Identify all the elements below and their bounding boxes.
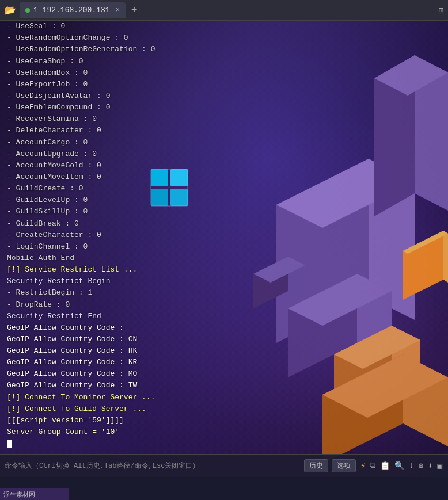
paste-icon[interactable]: 📋 — [379, 460, 391, 472]
new-tab-button[interactable]: + — [131, 5, 138, 16]
more-down-icon[interactable]: ⬇ — [427, 460, 434, 472]
active-tab[interactable]: 1 192.168.200.131 × — [20, 2, 126, 18]
terminal-area: - UseTrade : 0 - UseUpgrade : 0 - UseEnc… — [0, 21, 448, 477]
search-icon[interactable]: 🔍 — [393, 460, 405, 472]
toolbar-icons: ⚡ ⧉ 📋 🔍 ↓ ⚙ ⬇ ▣ — [359, 460, 443, 472]
terminal-line: - AccountCargo : 0 — [7, 137, 441, 148]
terminal-line: Security Restrict Begin — [7, 276, 441, 287]
terminal-line: - UseEmblemCompound : 0 — [7, 102, 441, 113]
status-label: 浮生素材网 — [3, 490, 35, 499]
terminal-line: - UseSeal : 0 — [7, 21, 441, 32]
cursor — [7, 440, 12, 448]
terminal-line: GeoIP Allow Country Code : TW — [7, 380, 441, 391]
title-bar-right: ⊞ — [439, 5, 443, 15]
bolt-icon[interactable]: ⚡ — [359, 460, 366, 472]
terminal-line: Server Group Count = '10' — [7, 426, 441, 438]
settings-icon[interactable]: ⚙ — [417, 460, 424, 472]
terminal-line: [!] Connect To Monitor Server ... — [7, 392, 441, 403]
terminal-line: - DeleteCharacter : 0 — [7, 125, 441, 136]
terminal-line: Mobile Auth End — [7, 253, 441, 264]
terminal-line: [!] Connect To Guild Server ... — [7, 403, 441, 415]
terminal-line: - CreateCharacter : 0 — [7, 230, 441, 241]
terminal-line: - AccountUpgrade : 0 — [7, 148, 441, 160]
terminal-line: - UseCeraShop : 0 — [7, 56, 441, 67]
tab-close-button[interactable]: × — [116, 6, 120, 14]
terminal-line: Security Restrict End — [7, 311, 441, 322]
connection-status-dot — [25, 8, 30, 13]
terminal-line: - UseRandomOptionReGeneration : 0 — [7, 44, 441, 55]
terminal-line: - UseDisjointAvatar : 0 — [7, 90, 441, 102]
terminal-line: - AccountMoveGold : 0 — [7, 160, 441, 171]
terminal-line: GeoIP Allow Country Code : — [7, 322, 441, 334]
terminal-line: - RestrictBegin : 1 — [7, 287, 441, 299]
download-icon[interactable]: ↓ — [408, 460, 415, 472]
terminal-lines: - UseTrade : 0 - UseUpgrade : 0 - UseEnc… — [7, 21, 441, 438]
tab-label: 1 192.168.200.131 — [33, 6, 110, 14]
terminal-output[interactable]: - UseTrade : 0 - UseUpgrade : 0 - UseEnc… — [0, 21, 448, 454]
terminal-line: - GuildCreate : 0 — [7, 183, 441, 194]
terminal-line: GeoIP Allow Country Code : KR — [7, 357, 441, 368]
history-button[interactable]: 历史 — [304, 459, 328, 472]
terminal-line: GeoIP Allow Country Code : CN — [7, 334, 441, 345]
fullscreen-icon[interactable]: ▣ — [436, 460, 443, 472]
title-bar-left: 📂 1 192.168.200.131 × + — [5, 2, 138, 18]
terminal-line: - UseExportJob : 0 — [7, 79, 441, 90]
terminal-line: [[[script version='59']]]] — [7, 415, 441, 426]
layout-icon[interactable]: ⊞ — [439, 5, 443, 15]
command-input[interactable] — [5, 462, 301, 470]
folder-icon[interactable]: 📂 — [5, 5, 16, 16]
input-bar: 历史 选项 ⚡ ⧉ 📋 🔍 ↓ ⚙ ⬇ ▣ — [0, 454, 448, 477]
terminal-line: - GuildBreak : 0 — [7, 218, 441, 230]
terminal-line: - GuildLevelUp : 0 — [7, 194, 441, 206]
copy-icon[interactable]: ⧉ — [369, 460, 377, 472]
status-bar: 浮生素材网 — [0, 488, 69, 500]
terminal-line: GeoIP Allow Country Code : HK — [7, 345, 441, 357]
terminal-line: - DropRate : 0 — [7, 299, 441, 311]
select-button[interactable]: 选项 — [332, 459, 356, 472]
terminal-line: - GuildSkillUp : 0 — [7, 206, 441, 217]
terminal-line: - UseRandomOptionChange : 0 — [7, 32, 441, 44]
title-bar: 📂 1 192.168.200.131 × + ⊞ — [0, 0, 448, 21]
terminal-line: - UseRandomBox : 0 — [7, 67, 441, 79]
terminal-line: - RecoverStamina : 0 — [7, 113, 441, 125]
terminal-line: GeoIP Allow Country Code : MO — [7, 368, 441, 380]
terminal-line: - LoginChannel : 0 — [7, 241, 441, 253]
terminal-line: - AccountMoveItem : 0 — [7, 171, 441, 183]
terminal-line: [!] Service Restrict List ... — [7, 264, 441, 276]
